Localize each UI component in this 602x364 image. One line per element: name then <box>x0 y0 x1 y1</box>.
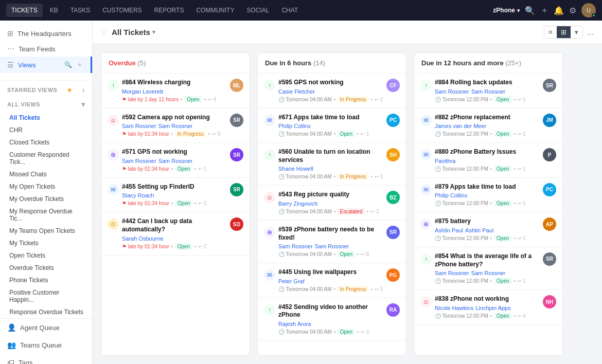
search-icon[interactable]: 🔍 <box>525 6 535 15</box>
reply-count: ↩ 2 <box>198 244 206 249</box>
sidebar-item-headquarters[interactable]: ⊞ The Headquarters <box>0 26 92 41</box>
ticket-card[interactable]: ✉ #445 Using live wallpapers Peter Graf … <box>258 263 406 298</box>
agent-name[interactable]: Stacy Roach <box>122 192 154 198</box>
ticket-card[interactable]: ↑ #560 Unable to turn on location servic… <box>258 143 406 186</box>
notifications-icon[interactable]: 🔔 <box>554 6 564 15</box>
agent-name[interactable]: Nicole Hawkins <box>435 305 473 311</box>
late-badge: ⚑ late by 01:34 hour <box>122 244 169 249</box>
time-label: 🕐 Tomorrow 04:00 AM <box>278 329 332 335</box>
view-all-tickets[interactable]: All Tickets <box>0 112 92 124</box>
agent-name[interactable]: Sam Rossner <box>471 88 506 95</box>
view-chr[interactable]: CHR <box>0 124 92 136</box>
ticket-card[interactable]: ⊕ #875 battery Ashlin Paul Ashlin Paul 🕐… <box>414 212 562 247</box>
zphone-selector[interactable]: zPhone ▾ <box>493 7 520 14</box>
ticket-card[interactable]: ⊕ #571 GPS not working Sam Rossner Sam R… <box>101 143 250 178</box>
settings-icon[interactable]: ⚙ <box>569 6 576 15</box>
view-my-overdue-tickets[interactable]: My Overdue Tickets <box>0 193 92 205</box>
agent-name[interactable]: Ashlin Paul <box>435 227 463 233</box>
sidebar-item-teams-queue[interactable]: 👥 Teams Queue <box>0 336 92 354</box>
view-my-tickets[interactable]: My Tickets <box>0 237 92 249</box>
nav-tickets[interactable]: TICKETS <box>6 4 43 17</box>
ticket-card[interactable]: ↑ #854 What is the average life of a zPh… <box>414 247 562 290</box>
sidebar-item-tags[interactable]: 🏷 Tags <box>0 354 92 364</box>
search-views-icon[interactable]: 🔍 <box>64 61 72 68</box>
reply-count: ↩ 3 <box>375 174 383 179</box>
sidebar-item-agent-queue[interactable]: 👤 Agent Queue <box>0 319 92 336</box>
sidebar-item-views[interactable]: ☰ Views 🔍 ＋ <box>0 57 92 73</box>
all-views-collapse-icon[interactable]: ▾ <box>81 100 85 108</box>
view-options-dropdown[interactable]: ▾ <box>571 26 582 38</box>
agent-name[interactable]: Sam Rossner <box>122 158 156 164</box>
view-title-dropdown[interactable]: All Tickets ▾ <box>112 28 155 37</box>
agent-name[interactable]: Peter Graf <box>278 278 305 284</box>
add-icon[interactable]: ＋ <box>540 5 548 16</box>
agent-name[interactable]: Pavithra <box>435 158 455 164</box>
agent-name[interactable]: Sam Rossner <box>315 243 349 249</box>
starred-expand-icon[interactable]: › <box>82 86 85 94</box>
nav-tasks[interactable]: TASKS <box>65 4 95 17</box>
ticket-title: #539 zPhone battery needs to be fixed! <box>278 226 383 242</box>
agent-name[interactable]: Ashlin Paul <box>465 227 493 233</box>
ticket-card[interactable]: ↑ #884 Rolling back updates Sam Rossner … <box>414 74 562 108</box>
view-phone-tickets[interactable]: Phone Tickets <box>0 274 92 286</box>
nav-chat[interactable]: CHAT <box>276 4 303 17</box>
ticket-card[interactable]: ↑ #864 Wireless charging Morgan Leverett… <box>101 74 250 108</box>
agent-name[interactable]: Sam Rossner <box>158 123 193 129</box>
agent-name[interactable]: Barry Zingovich <box>278 201 317 207</box>
nav-social[interactable]: SOCIAL <box>241 4 274 17</box>
agent-name[interactable]: Sam Rossner <box>278 243 313 249</box>
view-closed-tickets[interactable]: Closed Tickets <box>0 136 92 149</box>
agent-name[interactable]: Sam Rossner <box>122 123 156 129</box>
ticket-card[interactable]: ✉ #671 Apps take time to load Philip Col… <box>258 108 406 143</box>
agent-name[interactable]: Sam Rossner <box>158 158 193 164</box>
agent-name[interactable]: Philip Collins <box>278 123 311 129</box>
ticket-card[interactable]: ⊕ #539 zPhone battery needs to be fixed!… <box>258 221 406 263</box>
nav-reports[interactable]: REPORTS <box>149 4 189 17</box>
agent-name[interactable]: Philip Collins <box>435 192 467 198</box>
status-badge: In Progress <box>338 286 369 293</box>
agent-name[interactable]: Linchpin Apps <box>475 305 511 311</box>
agent-name[interactable]: Casie Fletcher <box>278 88 315 95</box>
view-overdue-tickets[interactable]: Overdue Tickets <box>0 262 92 274</box>
agent-name[interactable]: Rajesh Arora <box>278 321 311 327</box>
view-my-response-overdue[interactable]: My Response Overdue Tic... <box>0 205 92 225</box>
view-my-open-tickets[interactable]: My Open Tickets <box>0 180 92 193</box>
nav-customers[interactable]: CUSTOMERS <box>97 4 147 17</box>
ticket-card[interactable]: ⊙ #442 Can I back up data automatically?… <box>101 212 250 255</box>
ticket-card[interactable]: ✉ #879 Apps take time to load Philip Col… <box>414 178 562 213</box>
nav-kb[interactable]: KB <box>45 4 63 17</box>
grid-view-button[interactable]: ⊞ <box>557 26 571 38</box>
ticket-card[interactable]: ✉ #880 zPhone Battery Issues Pavithra 🕐 … <box>414 143 562 178</box>
ticket-info: #595 GPS not working Casie Fletcher 🕐 To… <box>278 79 383 103</box>
list-view-button[interactable]: ≡ <box>544 26 557 38</box>
header-left: ☆ All Tickets ▾ <box>101 28 155 37</box>
agent-name[interactable]: Sam Rossner <box>435 88 469 95</box>
more-options-button[interactable]: ... <box>587 28 594 37</box>
view-missed-chats[interactable]: Missed Chats <box>0 168 92 180</box>
ticket-agents: Shane Howell <box>278 166 383 172</box>
ticket-card[interactable]: ✉ #455 Setting up FinderID Stacy Roach ⚑… <box>101 178 250 213</box>
agent-name[interactable]: Sam Rossner <box>471 270 506 276</box>
favorite-star-icon[interactable]: ☆ <box>101 28 108 37</box>
agent-name[interactable]: Shane Howell <box>278 166 313 172</box>
agent-name[interactable]: Sam Rossner <box>435 270 469 276</box>
view-open-tickets[interactable]: Open Tickets <box>0 249 92 262</box>
ticket-card[interactable]: ☺ #592 Camera app not opening Sam Rossne… <box>101 108 250 143</box>
ticket-card[interactable]: ↑ #452 Sending video to another zPhone R… <box>258 298 406 341</box>
user-avatar[interactable]: U <box>581 3 596 17</box>
view-my-teams-open[interactable]: My Teams Open Tickets <box>0 225 92 237</box>
agent-name[interactable]: Morgan Leverett <box>122 88 163 95</box>
ticket-card[interactable]: ✉ #882 zPhone replacement James van der … <box>414 108 562 143</box>
ticket-card[interactable]: ☺ #838 zPhone not working Nicole Hawkins… <box>414 290 562 325</box>
view-customer-responded[interactable]: Customer Responded Tick... <box>0 149 92 168</box>
nav-community[interactable]: COMMUNITY <box>191 4 239 17</box>
view-positive-customer[interactable]: Positive Customer Happin... <box>0 286 92 306</box>
view-response-overdue[interactable]: Response Overdue Tickets <box>0 306 92 318</box>
ticket-info: #880 zPhone Battery Issues Pavithra 🕐 To… <box>435 148 540 172</box>
sidebar-item-teamfeeds[interactable]: ⋯ Team Feeds <box>0 41 92 57</box>
ticket-card[interactable]: ↑ #595 GPS not working Casie Fletcher 🕐 … <box>258 74 406 108</box>
agent-name[interactable]: James van der Meer <box>435 123 486 129</box>
add-view-icon[interactable]: ＋ <box>76 60 83 69</box>
agent-name[interactable]: Sarah Osbourne <box>122 235 164 242</box>
ticket-card[interactable]: ☺ #543 Reg picture quality Barry Zingovi… <box>258 186 406 221</box>
